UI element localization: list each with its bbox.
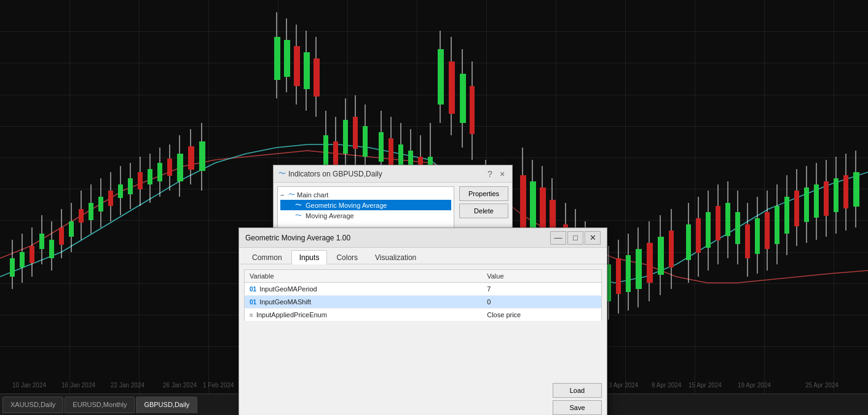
tab-xauusd[interactable]: XAUUSD,Daily [2, 397, 63, 413]
svg-rect-57 [353, 117, 358, 149]
right-action-buttons: Load Save [553, 383, 602, 415]
svg-rect-55 [343, 120, 348, 154]
svg-rect-75 [449, 61, 455, 114]
svg-rect-149 [843, 175, 848, 208]
svg-rect-125 [725, 203, 730, 236]
gma-maximize-button[interactable]: □ [567, 231, 583, 245]
table-empty-space [244, 322, 602, 383]
indicator-wave-icon: 〜 [278, 168, 286, 179]
svg-rect-107 [626, 255, 631, 292]
indicators-help-button[interactable]: ? [485, 169, 495, 179]
gma-title-text: Geometric Moving Average 1.00 [245, 234, 350, 242]
tab-common[interactable]: Common [244, 250, 290, 264]
properties-button[interactable]: Properties [459, 186, 508, 201]
svg-rect-109 [636, 249, 642, 289]
svg-rect-121 [706, 212, 711, 248]
svg-rect-27 [138, 172, 143, 189]
col-variable: Variable [245, 270, 483, 283]
svg-rect-143 [814, 184, 819, 218]
svg-rect-13 [69, 221, 74, 237]
svg-rect-41 [274, 37, 280, 80]
tree-gma-icon: 〜 [295, 200, 302, 210]
svg-rect-19 [98, 197, 103, 211]
tree-ma-item[interactable]: 〜 Moving Average [280, 210, 451, 221]
load-button[interactable]: Load [553, 383, 602, 398]
indicators-title-bar: 〜 Indicators on GBPUSD,Daily ? × [274, 165, 512, 183]
tree-ma-icon: 〜 [295, 211, 302, 220]
tab-colors[interactable]: Colors [328, 250, 366, 264]
svg-rect-7 [39, 234, 44, 249]
svg-rect-131 [755, 218, 760, 254]
tab-visualization[interactable]: Visualization [367, 250, 424, 264]
row2-variable: 01 InputGeoMAShift [245, 296, 483, 309]
tab-eurusd[interactable]: EURUSD,Monthly [65, 397, 135, 413]
tab-inputs[interactable]: Inputs [291, 250, 328, 264]
svg-rect-77 [460, 74, 466, 123]
svg-rect-141 [804, 188, 809, 222]
svg-rect-127 [735, 212, 740, 244]
svg-text:22 Jan 2024: 22 Jan 2024 [111, 382, 144, 389]
svg-rect-59 [363, 126, 368, 157]
svg-rect-31 [157, 163, 162, 181]
table-row[interactable]: 01 InputGeoMAPeriod 7 [245, 283, 602, 296]
svg-rect-135 [775, 206, 779, 244]
svg-text:25 Apr 2024: 25 Apr 2024 [805, 382, 838, 389]
svg-rect-15 [79, 209, 84, 223]
svg-rect-117 [686, 224, 691, 260]
gma-table-area: Variable Value 01 InputGeoMAPeriod 7 01 … [239, 264, 607, 388]
svg-rect-113 [658, 237, 664, 275]
tree-main-chart[interactable]: − 〜 Main chart [280, 189, 451, 200]
tree-main-chart-icon: 〜 [288, 190, 295, 199]
table-row[interactable]: 01 InputGeoMAShift 0 [245, 296, 602, 309]
svg-text:26 Jan 2024: 26 Jan 2024 [163, 382, 197, 389]
svg-rect-47 [304, 52, 310, 89]
gma-table: Variable Value 01 InputGeoMAPeriod 7 01 … [244, 269, 602, 322]
svg-rect-11 [59, 227, 64, 245]
svg-rect-43 [284, 40, 290, 77]
table-row[interactable]: ≡ InputAppliedPriceEnum Close price [245, 309, 602, 322]
svg-text:15 Apr 2024: 15 Apr 2024 [688, 382, 722, 389]
svg-rect-137 [784, 197, 789, 234]
svg-text:8 Apr 2024: 8 Apr 2024 [652, 382, 682, 389]
delete-button[interactable]: Delete [459, 204, 508, 218]
svg-rect-79 [470, 86, 475, 134]
svg-rect-1 [10, 258, 15, 277]
svg-rect-49 [314, 58, 320, 97]
row1-icon: 01 [250, 286, 256, 293]
svg-rect-129 [745, 224, 750, 258]
row2-icon: 01 [250, 299, 256, 306]
indicators-close-button[interactable]: × [497, 169, 507, 179]
indicators-action-buttons: Properties Delete [459, 186, 508, 232]
gma-minimize-button[interactable]: — [550, 231, 566, 245]
indicators-title-buttons: ? × [485, 169, 507, 179]
gma-title-bar: Geometric Moving Average 1.00 — □ ✕ [239, 228, 607, 248]
tree-expand-icon: − [280, 191, 286, 199]
svg-rect-111 [647, 243, 653, 283]
svg-rect-147 [834, 178, 838, 212]
svg-rect-29 [148, 169, 152, 184]
svg-text:10 Jan 2024: 10 Jan 2024 [12, 382, 46, 389]
svg-rect-105 [616, 258, 621, 294]
gma-close-button[interactable]: ✕ [585, 231, 601, 245]
save-button[interactable]: Save [553, 400, 602, 415]
svg-rect-17 [89, 203, 93, 220]
tree-gma-item[interactable]: 〜 Geometric Moving Average [280, 200, 451, 210]
svg-rect-139 [794, 191, 799, 226]
svg-rect-145 [824, 181, 829, 216]
row1-value: 7 [482, 283, 601, 296]
svg-rect-33 [167, 159, 172, 176]
svg-text:1 Feb 2024: 1 Feb 2024 [203, 382, 234, 389]
svg-rect-3 [20, 252, 25, 267]
svg-rect-37 [188, 146, 194, 170]
row2-value: 0 [482, 296, 601, 309]
svg-rect-5 [30, 246, 34, 263]
gma-dialog: Geometric Moving Average 1.00 — □ ✕ Comm… [239, 227, 607, 415]
svg-text:19 Apr 2024: 19 Apr 2024 [738, 382, 771, 389]
svg-text:3 Apr 2024: 3 Apr 2024 [609, 382, 639, 389]
svg-rect-21 [108, 191, 113, 206]
tab-gbpusd[interactable]: GBPUSD,Daily [136, 397, 197, 413]
row3-icon: ≡ [250, 312, 253, 318]
svg-rect-51 [323, 135, 328, 166]
svg-rect-25 [128, 178, 133, 194]
row3-variable: ≡ InputAppliedPriceEnum [245, 309, 483, 322]
